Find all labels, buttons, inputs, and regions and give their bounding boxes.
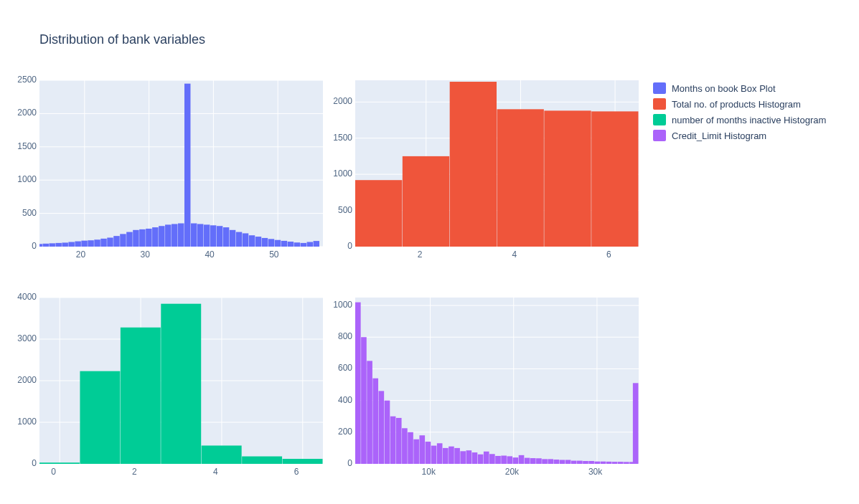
y-tick-label: 2000 bbox=[318, 96, 352, 106]
page-title: Distribution of bank variables bbox=[39, 32, 205, 47]
svg-rect-135 bbox=[601, 462, 606, 464]
svg-rect-124 bbox=[536, 458, 542, 464]
svg-rect-24 bbox=[126, 232, 132, 247]
svg-rect-112 bbox=[466, 450, 472, 464]
svg-rect-36 bbox=[204, 224, 210, 247]
svg-rect-138 bbox=[618, 462, 624, 464]
svg-rect-66 bbox=[544, 110, 591, 247]
y-tick-label: 1000 bbox=[318, 300, 352, 310]
svg-rect-121 bbox=[519, 455, 525, 464]
subplot-months-on-book[interactable] bbox=[39, 80, 323, 247]
svg-rect-22 bbox=[113, 236, 119, 247]
svg-rect-29 bbox=[159, 226, 164, 247]
svg-rect-65 bbox=[497, 109, 544, 247]
x-tick-label: 6 bbox=[294, 467, 299, 477]
svg-rect-78 bbox=[80, 371, 120, 464]
svg-rect-106 bbox=[431, 446, 437, 464]
svg-rect-130 bbox=[571, 461, 577, 464]
svg-rect-30 bbox=[165, 224, 171, 247]
x-tick-label: 4 bbox=[213, 467, 218, 477]
svg-rect-114 bbox=[478, 455, 484, 464]
svg-rect-63 bbox=[403, 156, 449, 247]
legend-item[interactable]: number of months inactive Histogram bbox=[653, 112, 826, 128]
legend-label: number of months inactive Histogram bbox=[672, 115, 826, 125]
svg-rect-16 bbox=[75, 242, 80, 247]
y-tick-label: 1000 bbox=[2, 174, 37, 184]
svg-rect-122 bbox=[525, 458, 530, 464]
svg-rect-113 bbox=[472, 452, 478, 464]
y-tick-label: 3000 bbox=[2, 333, 37, 343]
y-tick-label: 1500 bbox=[318, 133, 352, 143]
svg-rect-136 bbox=[606, 462, 612, 464]
svg-rect-20 bbox=[100, 239, 106, 247]
svg-rect-80 bbox=[161, 304, 201, 464]
y-tick-label: 2000 bbox=[2, 375, 37, 385]
svg-rect-141 bbox=[633, 383, 639, 464]
svg-rect-93 bbox=[355, 303, 361, 464]
svg-rect-83 bbox=[283, 459, 323, 464]
svg-rect-18 bbox=[88, 240, 93, 247]
legend-swatch bbox=[653, 130, 666, 141]
svg-rect-99 bbox=[390, 417, 396, 464]
svg-rect-17 bbox=[81, 241, 87, 247]
svg-rect-132 bbox=[583, 461, 588, 464]
x-tick-label: 20 bbox=[76, 249, 85, 260]
x-tick-label: 0 bbox=[51, 467, 56, 477]
svg-rect-35 bbox=[197, 224, 203, 247]
svg-rect-131 bbox=[577, 461, 583, 464]
x-tick-label: 30 bbox=[141, 249, 150, 260]
y-tick-label: 0 bbox=[318, 241, 352, 251]
legend-swatch bbox=[653, 98, 666, 110]
legend-label: Total no. of products Histogram bbox=[672, 99, 801, 110]
svg-rect-47 bbox=[275, 240, 281, 247]
svg-rect-42 bbox=[243, 233, 248, 247]
svg-rect-52 bbox=[307, 242, 313, 247]
legend-item[interactable]: Months on book Box Plot bbox=[653, 80, 826, 96]
svg-rect-32 bbox=[178, 224, 184, 247]
svg-rect-116 bbox=[489, 454, 495, 464]
svg-rect-94 bbox=[361, 337, 367, 464]
svg-rect-46 bbox=[268, 239, 274, 247]
legend-label: Months on book Box Plot bbox=[672, 83, 776, 94]
svg-rect-27 bbox=[146, 229, 151, 247]
svg-rect-129 bbox=[565, 460, 571, 464]
x-tick-label: 2 bbox=[132, 467, 137, 477]
svg-rect-11 bbox=[42, 244, 48, 247]
svg-rect-110 bbox=[454, 448, 460, 464]
svg-rect-10 bbox=[39, 244, 42, 247]
svg-rect-109 bbox=[449, 447, 454, 464]
svg-rect-64 bbox=[450, 82, 497, 247]
svg-rect-21 bbox=[107, 237, 113, 247]
svg-rect-15 bbox=[68, 242, 74, 247]
y-tick-label: 200 bbox=[318, 427, 352, 437]
subplot-months-inactive[interactable] bbox=[39, 298, 323, 464]
svg-rect-103 bbox=[413, 439, 419, 464]
subplot-total-products[interactable] bbox=[355, 80, 639, 247]
svg-rect-28 bbox=[152, 227, 158, 247]
svg-rect-38 bbox=[217, 226, 222, 247]
y-tick-label: 0 bbox=[2, 241, 37, 251]
svg-rect-127 bbox=[554, 460, 560, 464]
svg-rect-82 bbox=[242, 457, 282, 464]
y-tick-label: 400 bbox=[318, 395, 352, 405]
subplot-credit-limit[interactable] bbox=[355, 298, 639, 464]
svg-rect-50 bbox=[294, 242, 300, 247]
svg-rect-134 bbox=[594, 462, 600, 464]
legend-item[interactable]: Total no. of products Histogram bbox=[653, 96, 826, 112]
legend-swatch bbox=[653, 82, 666, 94]
legend-label: Credit_Limit Histogram bbox=[672, 130, 766, 141]
svg-rect-34 bbox=[191, 224, 197, 247]
y-tick-label: 800 bbox=[318, 331, 352, 341]
x-tick-label: 4 bbox=[512, 249, 517, 260]
y-tick-label: 2500 bbox=[2, 75, 37, 85]
svg-rect-96 bbox=[372, 379, 378, 464]
svg-rect-81 bbox=[202, 445, 242, 464]
legend-item[interactable]: Credit_Limit Histogram bbox=[653, 128, 826, 143]
svg-rect-40 bbox=[230, 230, 235, 247]
svg-rect-123 bbox=[530, 458, 536, 464]
svg-rect-118 bbox=[501, 456, 507, 464]
x-tick-label: 2 bbox=[418, 249, 423, 260]
svg-rect-48 bbox=[281, 241, 287, 247]
svg-rect-137 bbox=[612, 462, 618, 464]
svg-rect-25 bbox=[133, 230, 139, 247]
